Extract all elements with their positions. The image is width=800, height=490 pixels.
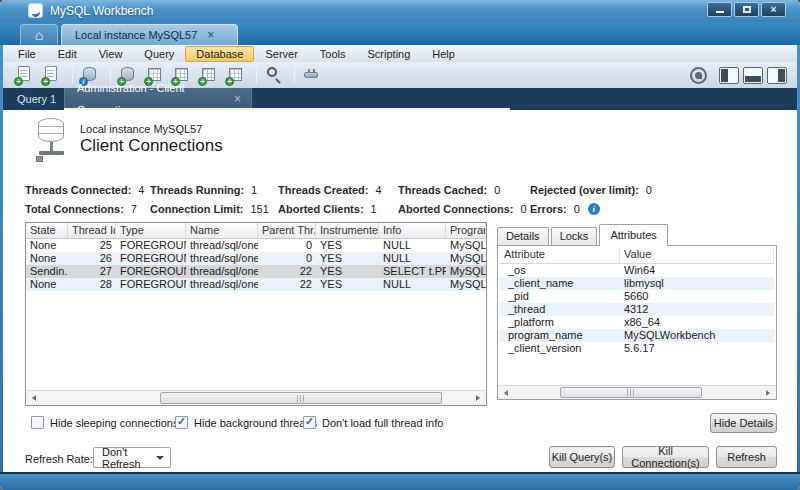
close-button[interactable]: × <box>761 2 786 17</box>
menu-query[interactable]: Query <box>133 46 185 62</box>
cell-value: Win64 <box>620 264 774 277</box>
stat-value: 151 <box>251 203 269 215</box>
scrollbar-thumb[interactable] <box>560 387 702 398</box>
open-sql-script-icon[interactable]: + <box>40 64 64 86</box>
col-header-value[interactable]: Value <box>620 248 774 263</box>
col-header-attribute[interactable]: Attribute <box>500 248 620 263</box>
attribute-row[interactable]: _client_namelibmysql <box>500 277 774 290</box>
cell-thread-id: 27 <box>68 265 116 278</box>
col-header-thread-id[interactable]: Thread Id <box>68 223 116 238</box>
scroll-right-arrow[interactable] <box>760 386 776 399</box>
menu-file[interactable]: File <box>7 46 47 62</box>
scroll-left-arrow[interactable] <box>498 386 514 399</box>
connection-stats: Threads Connected:4 Total Connections:7 … <box>25 180 785 222</box>
dropdown-value: Don't Refresh <box>102 446 156 470</box>
attributes-table-hscrollbar[interactable] <box>498 385 776 399</box>
menu-view[interactable]: View <box>88 46 134 62</box>
right-triangle-icon <box>476 395 480 401</box>
tab-details[interactable]: Details <box>497 227 549 246</box>
attribute-row[interactable]: _pid5660 <box>500 290 774 303</box>
database-cylinder-icon <box>38 118 64 142</box>
connection-tab-close-icon[interactable]: × <box>207 29 214 41</box>
close-icon: × <box>771 5 777 15</box>
refresh-button[interactable]: Refresh <box>716 446 777 468</box>
page-title: Client Connections <box>80 136 223 156</box>
kill-connection-button[interactable]: Kill Connection(s) <box>622 446 709 468</box>
option-dont-load-full-thread-info[interactable]: Don't load full thread info <box>303 416 443 429</box>
hide-details-button[interactable]: Hide Details <box>710 413 777 433</box>
attribute-row[interactable]: _osWin64 <box>500 264 774 277</box>
toggle-left-sidebar-button[interactable] <box>719 67 739 84</box>
col-header-name[interactable]: Name <box>186 223 258 238</box>
table-row[interactable]: None 28 FOREGROUND thread/sql/one... 22 … <box>26 278 486 291</box>
connections-table-hscrollbar[interactable] <box>26 390 486 405</box>
left-triangle-icon <box>504 390 508 396</box>
workbench-logo-icon[interactable] <box>690 67 707 84</box>
table-row[interactable]: None 25 FOREGROUND thread/sql/one... 0 Y… <box>26 239 486 252</box>
cell-thread-id: 28 <box>68 278 116 291</box>
home-tab[interactable]: ⌂ <box>20 24 58 45</box>
menu-tools[interactable]: Tools <box>309 46 357 62</box>
checkbox-checked[interactable] <box>175 416 188 429</box>
tab-attributes[interactable]: Attributes <box>599 224 667 246</box>
reconnect-dbms-icon[interactable] <box>300 64 324 86</box>
cell-instrumented: YES <box>316 252 379 265</box>
cell-value: libmysql <box>620 277 774 290</box>
menu-help[interactable]: Help <box>421 46 466 62</box>
left-triangle-icon <box>32 395 36 401</box>
table-row-selected[interactable]: Sendin... 27 FOREGROUND thread/sql/one..… <box>26 265 486 278</box>
search-table-data-icon[interactable] <box>262 64 286 86</box>
new-query-tab-icon[interactable]: + <box>13 64 37 86</box>
refresh-rate-label: Refresh Rate: <box>25 453 93 465</box>
col-header-parent-thread[interactable]: Parent Thr... <box>258 223 316 238</box>
connections-table-header: State Thread Id Type Name Parent Thr... … <box>26 223 486 239</box>
tab-query-1[interactable]: Query 1 <box>3 88 70 110</box>
col-header-state[interactable]: State <box>26 223 68 238</box>
create-function-icon[interactable]: + <box>224 64 248 86</box>
table-row[interactable]: None 26 FOREGROUND thread/sql/one... 0 Y… <box>26 252 486 265</box>
cell-state: None <box>26 252 68 265</box>
cell-value: 4312 <box>620 303 774 316</box>
menu-edit[interactable]: Edit <box>47 46 88 62</box>
database-server-icon <box>36 118 66 164</box>
col-header-instrumented[interactable]: Instrumented <box>316 223 379 238</box>
attribute-row[interactable]: _client_version5.6.17 <box>500 342 774 355</box>
tab-locks[interactable]: Locks <box>551 227 598 246</box>
minimize-button[interactable] <box>707 2 732 17</box>
attribute-row[interactable]: _platformx86_64 <box>500 316 774 329</box>
menu-scripting[interactable]: Scripting <box>357 46 422 62</box>
toggle-right-sidebar-button[interactable] <box>767 67 787 84</box>
refresh-rate-dropdown[interactable]: Don't Refresh <box>93 447 171 468</box>
window-border-bottom <box>0 472 800 490</box>
checkbox-unchecked[interactable] <box>31 416 44 429</box>
app-logo-icon <box>28 3 43 18</box>
title-bar[interactable]: MySQL Workbench × <box>0 0 800 22</box>
attributes-table-header: Attribute Value <box>500 248 774 264</box>
tab-close-icon[interactable]: × <box>234 88 241 110</box>
mysql-workbench-window: MySQL Workbench × ⌂ Local instance MySQL… <box>0 0 800 490</box>
attribute-row[interactable]: _thread4312 <box>500 303 774 316</box>
editor-tab-strip: Query 1 Administration - Client Connecti… <box>3 88 797 110</box>
maximize-button[interactable] <box>734 2 759 17</box>
scrollbar-thumb[interactable] <box>160 392 442 404</box>
menu-server[interactable]: Server <box>254 46 308 62</box>
kill-query-button[interactable]: Kill Query(s) <box>549 446 615 468</box>
menu-database[interactable]: Database <box>185 46 254 62</box>
connection-tab-label: Local instance MySQL57 <box>75 29 197 41</box>
tab-administration-client-connections[interactable]: Administration - Client Connecti... × <box>64 88 252 110</box>
option-hide-background-threads[interactable]: Hide background threads <box>175 416 317 429</box>
scroll-left-arrow[interactable] <box>26 391 42 405</box>
connection-tab[interactable]: Local instance MySQL57 × <box>61 24 238 45</box>
col-header-info[interactable]: Info <box>379 223 446 238</box>
errors-info-icon[interactable]: i <box>588 203 600 215</box>
right-triangle-icon <box>766 390 770 396</box>
cell-type: FOREGROUND <box>116 265 186 278</box>
col-header-type[interactable]: Type <box>116 223 186 238</box>
toggle-bottom-panel-button[interactable] <box>743 67 763 84</box>
checkbox-checked[interactable] <box>303 416 316 429</box>
col-header-program[interactable]: Program <box>446 223 486 238</box>
scroll-right-arrow[interactable] <box>470 391 486 405</box>
options-row: Hide sleeping connections Hide backgroun… <box>3 416 797 436</box>
option-hide-sleeping-connections[interactable]: Hide sleeping connections <box>31 416 178 429</box>
attribute-row[interactable]: program_nameMySQLWorkbench <box>500 329 774 342</box>
